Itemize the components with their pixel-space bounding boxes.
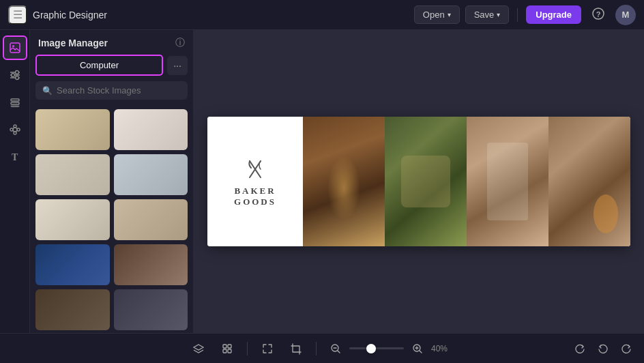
tab-computer[interactable]: Computer xyxy=(35,55,163,76)
list-item[interactable] xyxy=(35,244,110,285)
search-icon: 🔍 xyxy=(42,86,53,96)
canvas-img-2[interactable] xyxy=(385,117,467,246)
logo-sub-text: GOODS xyxy=(234,197,276,207)
open-button[interactable]: Open ▾ xyxy=(414,5,460,24)
search-input[interactable] xyxy=(57,85,181,96)
svg-point-5 xyxy=(15,71,18,74)
sidebar-item-text[interactable]: T xyxy=(3,145,27,169)
topbar-divider xyxy=(517,8,518,22)
logo-main-text: BAKER xyxy=(234,186,276,197)
topbar: ☰ Graphic Designer Open ▾ Save ▾ Upgrade… xyxy=(0,0,644,30)
bottom-sep-1 xyxy=(247,342,248,355)
canvas-area: BAKER GOODS xyxy=(194,30,644,333)
save-button[interactable]: Save ▾ xyxy=(465,5,510,24)
canvas-images xyxy=(303,117,630,246)
upgrade-button[interactable]: Upgrade xyxy=(526,5,581,24)
avatar[interactable]: M xyxy=(615,5,636,25)
canvas-img-1[interactable] xyxy=(303,117,385,246)
side-panel: Image Manager ⓘ Computer ··· 🔍 xyxy=(30,30,194,333)
bottom-sep-2 xyxy=(316,342,317,355)
svg-rect-14 xyxy=(11,102,19,104)
grid-button[interactable] xyxy=(217,340,237,358)
svg-point-20 xyxy=(14,132,16,134)
list-item[interactable] xyxy=(114,109,188,150)
list-item[interactable] xyxy=(35,109,110,150)
more-dots-icon: ··· xyxy=(173,60,181,71)
list-item[interactable] xyxy=(35,154,110,195)
zoom-slider[interactable] xyxy=(349,347,404,349)
list-item[interactable] xyxy=(114,244,188,285)
canvas-img-4[interactable] xyxy=(548,117,630,246)
icon-bar: T xyxy=(0,30,30,333)
zoom-out-button[interactable] xyxy=(326,340,345,357)
svg-point-6 xyxy=(15,76,18,80)
canvas-frame[interactable]: BAKER GOODS xyxy=(207,117,630,246)
tab-more-button[interactable]: ··· xyxy=(167,56,188,75)
svg-marker-24 xyxy=(194,345,203,350)
sidebar-item-filters[interactable] xyxy=(3,63,27,87)
svg-rect-15 xyxy=(11,106,19,107)
svg-text:T: T xyxy=(12,152,18,162)
search-bar[interactable]: 🔍 xyxy=(35,81,188,100)
svg-point-18 xyxy=(17,128,20,131)
canvas-img-3[interactable] xyxy=(467,117,548,246)
bottom-right-tools xyxy=(570,340,636,357)
bottom-bar: 40% xyxy=(0,333,644,363)
svg-point-19 xyxy=(14,125,16,128)
sidebar-item-images[interactable] xyxy=(3,35,27,60)
svg-point-4 xyxy=(11,74,14,77)
list-item[interactable] xyxy=(114,199,188,240)
help-button[interactable]: ? xyxy=(587,5,610,25)
info-icon[interactable]: ⓘ xyxy=(175,37,185,49)
list-item[interactable] xyxy=(114,289,188,330)
svg-text:?: ? xyxy=(596,10,601,18)
list-item[interactable] xyxy=(35,289,110,330)
svg-line-31 xyxy=(338,351,340,353)
fit-button[interactable] xyxy=(257,340,278,358)
main-layout: T Image Manager ⓘ Computer ··· 🔍 xyxy=(0,30,644,333)
redo-button[interactable] xyxy=(617,340,636,357)
menu-icon[interactable]: ☰ xyxy=(8,5,27,25)
crop-button[interactable] xyxy=(286,340,306,358)
svg-rect-27 xyxy=(223,349,226,353)
image-grid xyxy=(30,106,193,333)
undo-button[interactable] xyxy=(594,340,613,357)
zoom-in-button[interactable] xyxy=(408,340,427,357)
panel-header: Image Manager ⓘ xyxy=(30,30,193,55)
svg-line-35 xyxy=(420,351,422,353)
svg-rect-13 xyxy=(11,99,19,101)
layers-button[interactable] xyxy=(188,340,209,358)
svg-point-3 xyxy=(12,45,14,47)
sidebar-item-elements[interactable] xyxy=(3,117,27,142)
logo-svg xyxy=(241,156,269,183)
rotate-button[interactable] xyxy=(570,340,589,357)
panel-tabs: Computer ··· xyxy=(30,55,193,81)
zoom-controls: 40% xyxy=(326,340,456,357)
canvas-logo: BAKER GOODS xyxy=(207,117,303,246)
svg-rect-28 xyxy=(228,349,231,353)
svg-rect-26 xyxy=(228,345,231,348)
list-item[interactable] xyxy=(114,154,188,195)
svg-rect-25 xyxy=(223,345,226,348)
zoom-slider-thumb[interactable] xyxy=(366,344,376,353)
zoom-percent: 40% xyxy=(431,344,456,353)
list-item[interactable] xyxy=(35,199,110,240)
app-title: Graphic Designer xyxy=(33,10,218,20)
svg-point-16 xyxy=(13,128,17,132)
panel-title: Image Manager xyxy=(38,38,108,48)
svg-point-17 xyxy=(10,128,13,131)
svg-rect-2 xyxy=(10,43,20,53)
sidebar-item-layers[interactable] xyxy=(3,90,27,115)
